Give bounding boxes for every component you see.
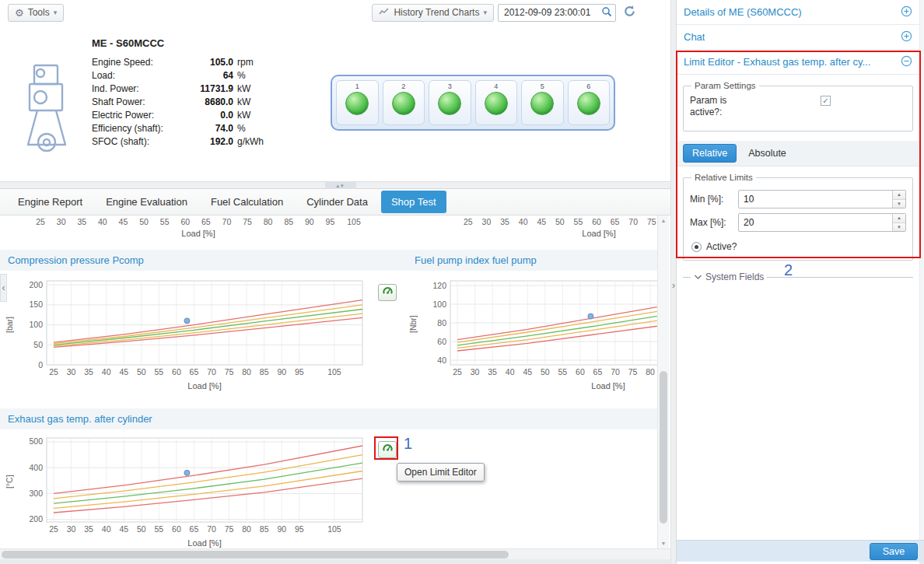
cylinder-indicator[interactable]: 2 (383, 80, 425, 125)
spinner-up-icon[interactable]: ▲ (893, 214, 905, 223)
param-active-row: Param is active?: ✓ (690, 93, 906, 123)
compression-pressure-chart-block: [bar] 2530354045505560657075808590951050… (0, 275, 407, 407)
radio-dot (695, 245, 698, 249)
system-fields-toggle[interactable]: System Fields (683, 271, 913, 282)
left-panel-collapse-handle[interactable]: ‹ (0, 274, 7, 302)
spinner-up-icon[interactable]: ▲ (893, 191, 905, 200)
scroll-down-arrow-icon[interactable]: ▼ (658, 541, 669, 546)
svg-text:60: 60 (172, 367, 181, 377)
svg-text:70: 70 (207, 367, 216, 377)
relative-limits-legend: Relative Limits (691, 173, 756, 182)
refresh-icon (623, 5, 636, 20)
horizontal-scrollbar-thumb[interactable] (2, 551, 509, 559)
horizontal-splitter[interactable]: ▴▾ (0, 181, 670, 189)
charts-scroll-area: 25 30 35 40 45 50 55 60 65 70 75 80 85 9… (0, 215, 657, 548)
active-radio-row: Active? (690, 241, 906, 252)
stat-unit: kW (237, 109, 276, 122)
mode-relative-button[interactable]: Relative (683, 144, 737, 163)
cylinder-indicator[interactable]: 4 (475, 80, 518, 125)
cylinder-indicator[interactable]: 3 (429, 80, 471, 125)
svg-text:500: 500 (29, 436, 43, 446)
chevron-down-icon (694, 271, 702, 282)
cylinder-indicator[interactable]: 5 (521, 80, 564, 125)
chart-title-fuelpump: Fuel pump index fuel pump (407, 250, 657, 271)
sidebar-scrollbar[interactable] (919, 0, 924, 540)
min-spinner-input[interactable]: 10 ▲ ▼ (738, 190, 906, 208)
svg-text:40: 40 (102, 367, 111, 377)
refresh-button[interactable] (620, 4, 639, 22)
tab-engine-evaluation[interactable]: Engine Evaluation (96, 191, 198, 213)
panel-title: Details of ME (S60MCCC) (684, 6, 802, 18)
sidebar-panel-limit-editor[interactable]: Limit Editor - Exhaust gas temp. after c… (677, 50, 919, 75)
expand-plus-icon[interactable] (901, 5, 912, 19)
bottom-strip (0, 559, 670, 564)
svg-text:75: 75 (628, 367, 638, 377)
engine-overview-panel: ME - S60MCCC Engine Speed: 105.0 rpm Loa… (0, 25, 670, 181)
tab-fuel-calculation[interactable]: Fuel Calculation (201, 191, 293, 213)
active-radio-button[interactable] (691, 242, 702, 252)
svg-text:75: 75 (225, 524, 234, 534)
splitter-collapse-handle[interactable]: ▴▾ (325, 182, 356, 189)
sidebar-collapse-handle[interactable]: › (670, 274, 677, 297)
cylinder-status-icon (438, 92, 461, 115)
max-spinner-input[interactable]: 20 ▲ ▼ (738, 213, 906, 232)
datetime-input[interactable]: 2012-09-09 23:00:01 (498, 4, 616, 22)
tools-button-label: Tools (28, 7, 50, 18)
svg-text:35: 35 (84, 367, 93, 377)
panel-title: Chat (684, 31, 705, 43)
svg-text:300: 300 (29, 489, 43, 498)
svg-text:Load [%]: Load [%] (187, 381, 221, 391)
fuel-pump-index-chart: 2530354045505560657075808590951054060801… (419, 275, 657, 395)
svg-text:65: 65 (593, 367, 603, 377)
expand-plus-icon[interactable] (901, 30, 912, 44)
svg-text:105: 105 (327, 524, 341, 534)
max-value: 20 (739, 214, 892, 231)
param-active-checkbox[interactable]: ✓ (821, 96, 831, 106)
stat-unit: kW (237, 82, 276, 96)
cylinder-indicator[interactable]: 6 (568, 80, 611, 125)
mode-absolute-button[interactable]: Absolute (740, 145, 795, 162)
stat-value: 192.0 (177, 135, 233, 149)
history-trend-charts-dropdown[interactable]: History Trend Charts ▾ (372, 4, 494, 22)
cylinder-status-strip: 1 2 3 4 5 (331, 75, 615, 131)
stat-unit: % (237, 122, 276, 135)
vertical-scrollbar-thumb[interactable] (660, 371, 667, 524)
search-icon[interactable] (601, 6, 612, 19)
tab-cylinder-data[interactable]: Cylinder Data (296, 191, 378, 213)
limit-mode-tabs: Relative Absolute (677, 141, 919, 166)
spinner-down-icon[interactable]: ▼ (893, 223, 905, 232)
chart-title-exhaust: Exhaust gas temp. after cylinder (0, 408, 407, 429)
spinner-down-icon[interactable]: ▼ (893, 200, 905, 208)
report-tabbar: Engine Report Engine Evaluation Fuel Cal… (0, 189, 670, 215)
svg-text:150: 150 (29, 300, 43, 309)
app-window: ⚙ Tools ▾ History Trend Charts ▾ 2012-09… (0, 0, 924, 564)
limit-editor-button-pcomp[interactable] (378, 284, 397, 301)
cylinder-indicator[interactable]: 1 (336, 80, 379, 125)
horizontal-scrollbar[interactable] (0, 548, 670, 559)
tools-button[interactable]: ⚙ Tools ▾ (8, 4, 64, 22)
chart-title-pcomp: Compression pressure Pcomp (0, 250, 407, 271)
svg-text:50: 50 (137, 367, 146, 377)
sidebar-footer: Save (677, 540, 924, 562)
sidebar-panel-details[interactable]: Details of ME (S60MCCC) (677, 0, 919, 25)
vertical-scrollbar[interactable]: ▲ ▼ (657, 215, 669, 548)
param-active-label: Param is active?: (690, 95, 740, 118)
relative-limits-fieldset: Relative Limits Min [%]: 10 ▲ ▼ Max [%]:… (683, 173, 913, 261)
cylinder-number: 5 (541, 82, 544, 90)
svg-text:30: 30 (67, 524, 76, 534)
svg-text:70: 70 (611, 367, 620, 377)
scroll-up-arrow-icon[interactable]: ▲ (658, 218, 669, 223)
exhaust-gas-temp-chart-block: [°C] 25303540455055606570758085909510520… (0, 432, 407, 548)
collapse-minus-icon[interactable] (901, 55, 912, 69)
sidebar-panel-chat[interactable]: Chat (677, 25, 919, 50)
save-button[interactable]: Save (870, 543, 918, 560)
spinner-buttons: ▲ ▼ (892, 214, 905, 231)
tab-shop-test[interactable]: Shop Test (381, 191, 446, 213)
cylinder-status-icon (530, 92, 554, 115)
tab-engine-report[interactable]: Engine Report (8, 191, 93, 213)
svg-text:45: 45 (119, 367, 128, 377)
svg-text:Load [%]: Load [%] (591, 381, 625, 391)
svg-text:65: 65 (190, 367, 199, 377)
limit-editor-button-exhaust[interactable] (378, 441, 397, 458)
stat-label: Load: (92, 69, 177, 82)
